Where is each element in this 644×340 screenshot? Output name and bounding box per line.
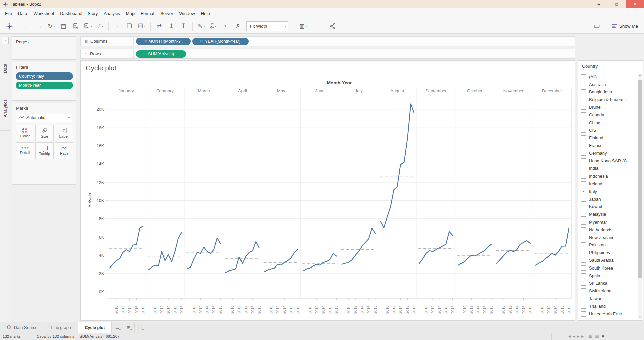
pause-auto-updates-button[interactable]: ▾	[83, 21, 92, 31]
checkbox-unchecked[interactable]	[581, 296, 586, 301]
country-item[interactable]: Hong Kong SAR (C...	[578, 157, 638, 165]
country-item[interactable]: India	[578, 165, 638, 173]
checkbox-unchecked[interactable]	[581, 311, 586, 317]
country-item[interactable]: Myanmar	[578, 218, 638, 226]
checkbox-unchecked[interactable]	[581, 242, 586, 247]
marks-button-label[interactable]: TLabel	[55, 125, 73, 141]
checkbox-unchecked[interactable]	[581, 166, 586, 171]
new-worksheet-button[interactable]: ▾	[113, 21, 122, 31]
menu-worksheet[interactable]: Worksheet	[30, 8, 57, 19]
undo-button[interactable]: ←	[23, 21, 32, 31]
pages-card[interactable]: Pages	[12, 36, 76, 60]
menu-data[interactable]: Data	[15, 8, 30, 19]
redo-button[interactable]: →	[35, 21, 44, 31]
rows-shelf[interactable]: ≡ Rows SUM(Arrivals)	[80, 49, 575, 59]
maximize-button[interactable]: □	[608, 0, 626, 8]
menu-map[interactable]: Map	[123, 8, 138, 19]
field-expand-icon[interactable]: ⊞	[144, 39, 147, 43]
rows-pill[interactable]: SUM(Arrivals)	[136, 50, 186, 58]
country-item[interactable]: Sri Lanka	[578, 280, 638, 287]
checkbox-unchecked[interactable]	[581, 143, 586, 148]
checkbox-unchecked[interactable]	[581, 120, 586, 125]
country-item[interactable]: Philippines	[578, 249, 638, 256]
checkbox-unchecked[interactable]	[581, 197, 586, 202]
checkbox-unchecked[interactable]	[581, 281, 586, 286]
checkbox-unchecked[interactable]	[581, 250, 586, 255]
fit-selector-dropdown[interactable]: Fit Width▾	[246, 21, 288, 31]
checkbox-unchecked[interactable]	[581, 112, 586, 117]
country-item[interactable]: Pakistan	[578, 241, 638, 249]
checkbox-unchecked[interactable]	[581, 158, 586, 163]
mark-type-dropdown[interactable]: Automatic ▾	[16, 114, 72, 122]
country-item[interactable]: Kuwait	[578, 203, 638, 211]
checkbox-unchecked[interactable]	[581, 74, 586, 79]
country-item[interactable]: Netherlands	[578, 226, 638, 234]
country-item[interactable]: CIS	[578, 127, 638, 134]
menu-dashboard[interactable]: Dashboard	[57, 8, 85, 19]
tab-data-source[interactable]: Data Source	[0, 322, 44, 333]
filter-pill[interactable]: Month-Year	[16, 82, 73, 89]
checkbox-unchecked[interactable]	[581, 204, 586, 209]
view-grid-icon[interactable]: ▦	[595, 334, 599, 339]
columns-pill[interactable]: ⊞MONTH(Month-Y..	[136, 38, 191, 45]
columns-shelf[interactable]: iii Columns ⊞MONTH(Month-Y..⊟YEAR(Month-…	[80, 36, 575, 46]
checkbox-unchecked[interactable]	[581, 105, 586, 110]
cycle-plot-chart[interactable]: Month-Year0K2K4K6K8K10K12K14K16K18K20KAr…	[81, 78, 574, 317]
country-item[interactable]: Spain	[578, 272, 638, 280]
nav-first-icon[interactable]: |◀	[568, 335, 571, 338]
country-item[interactable]: Germany	[578, 149, 638, 157]
checkbox-unchecked[interactable]	[581, 227, 586, 232]
country-item[interactable]: China	[578, 119, 638, 127]
swap-rows-columns-button[interactable]: ⇄	[155, 21, 164, 31]
country-item[interactable]: New Zealand	[578, 234, 638, 241]
checkbox-unchecked[interactable]	[581, 220, 586, 225]
show-me-button[interactable]: Show Me	[612, 23, 638, 29]
menu-file[interactable]: File	[2, 8, 15, 19]
filter-pill[interactable]: Country: Italy	[16, 72, 73, 80]
country-item[interactable]: Belgium & Luxem...	[578, 96, 638, 103]
tableau-logo-button[interactable]	[5, 21, 14, 31]
country-item[interactable]: Malaysia	[578, 210, 638, 218]
expand-pane-button[interactable]: ›	[2, 37, 9, 44]
field-expand-icon[interactable]: ⊟	[200, 39, 203, 43]
sort-descending-button[interactable]: ↧	[179, 21, 188, 31]
sort-ascending-button[interactable]: ↥	[167, 21, 176, 31]
marks-button-path[interactable]: Path	[55, 142, 73, 159]
country-item[interactable]: Japan	[578, 195, 638, 203]
new-dashboard-tab[interactable]: ⊞+	[123, 322, 135, 333]
menu-story[interactable]: Story	[85, 8, 101, 19]
tooltip-button[interactable]	[593, 21, 602, 31]
show-mark-labels-button[interactable]: T	[221, 21, 230, 31]
country-scrollbar[interactable]: ▲ ▼	[638, 73, 642, 319]
country-item[interactable]: Bangladesh	[578, 88, 638, 96]
view-tiles-icon[interactable]: ▦	[588, 334, 592, 339]
new-story-tab[interactable]: ❏+	[135, 322, 146, 333]
nav-prev-icon[interactable]: ◀	[573, 335, 575, 338]
checkbox-unchecked[interactable]	[581, 82, 586, 87]
marks-button-color[interactable]: Color	[16, 125, 34, 141]
country-item[interactable]: Taiwan	[578, 295, 638, 302]
checkbox-unchecked[interactable]	[581, 304, 586, 309]
checkbox-unchecked[interactable]	[581, 89, 586, 94]
checkbox-unchecked[interactable]	[581, 174, 586, 179]
country-item[interactable]: Thailand	[578, 302, 638, 310]
checkbox-unchecked[interactable]	[581, 265, 586, 271]
country-item[interactable]: (All)	[578, 73, 638, 81]
nav-last-icon[interactable]: ▶|	[581, 335, 584, 338]
country-item[interactable]: France	[578, 142, 638, 149]
country-item[interactable]: Australia	[578, 81, 638, 88]
columns-pill[interactable]: ⊟YEAR(Month-Year)	[192, 38, 249, 45]
group-members-button[interactable]: ▾	[209, 21, 218, 31]
country-item[interactable]: Finland	[578, 134, 638, 142]
checkbox-unchecked[interactable]	[581, 97, 586, 102]
show-hide-cards-button[interactable]: ▥▾	[299, 21, 307, 31]
country-item[interactable]: Indonesia	[578, 172, 638, 180]
menu-analysis[interactable]: Analysis	[101, 8, 123, 19]
close-button[interactable]: ✕	[626, 0, 644, 8]
nav-next-icon[interactable]: ▶	[577, 335, 579, 338]
new-worksheet-tab[interactable]: ▭+	[112, 322, 123, 333]
menu-window[interactable]: Window	[176, 8, 198, 19]
sidebar-tab-data[interactable]: Data	[0, 50, 10, 87]
country-item[interactable]: Saudi Arabia	[578, 256, 638, 264]
minimize-button[interactable]: –	[590, 0, 608, 8]
